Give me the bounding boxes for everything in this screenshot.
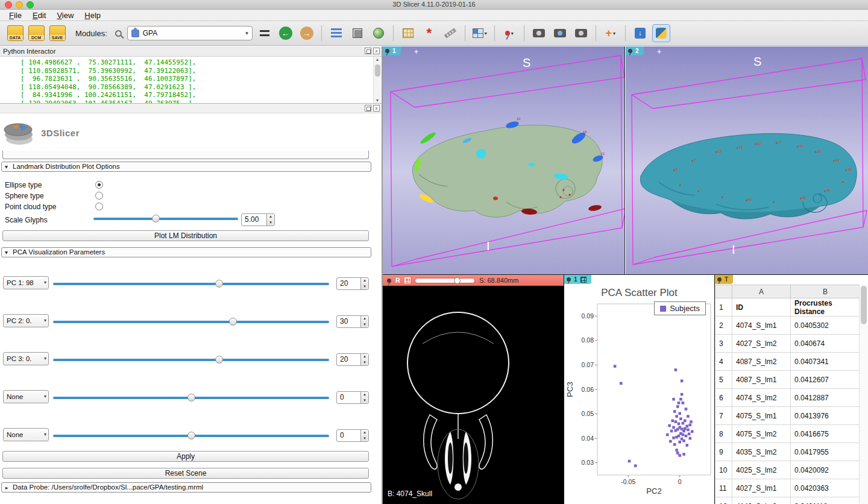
pc5-spinbox[interactable]: 0▲▼ [336, 429, 369, 442]
reset-scene-button[interactable]: Reset Scene [2, 468, 369, 479]
history-back-button[interactable]: ← [277, 24, 295, 42]
table-cell[interactable]: 4149_S_lm2 [732, 497, 791, 504]
point-cloud-type-radio[interactable] [95, 203, 103, 210]
slice-menu-icon[interactable] [404, 277, 410, 283]
web-widget-button[interactable] [370, 24, 388, 42]
module-search-icon[interactable] [115, 30, 122, 37]
3d-view-2[interactable]: 3 7 12 15 23 27 31 35 44 18 45 40 48 [626, 46, 868, 274]
view-controls-icon[interactable]: + [414, 48, 418, 56]
float-panel-button[interactable] [365, 48, 371, 54]
red-slice-controller[interactable]: R S: 68.840mm [383, 275, 564, 286]
table-cell[interactable]: 12 [715, 497, 732, 504]
spin-up-icon[interactable]: ▲ [267, 214, 274, 220]
table-cell[interactable]: 4025_S_lm2 [732, 461, 791, 479]
table-scrollbar[interactable] [859, 285, 868, 504]
table-cell[interactable]: 8 [715, 425, 732, 443]
data-table[interactable]: A B 1IDProcrustes Distance24074_S_lm10.0… [715, 285, 860, 504]
pc1-spinbox[interactable]: 20▲▼ [336, 277, 369, 290]
table-cell[interactable]: 0.0412887 [791, 389, 860, 407]
table-view[interactable]: T A B 1IDProcrustes Distance24074_S_lm10… [714, 274, 868, 504]
pc3-spinbox[interactable]: 20▲▼ [336, 353, 369, 366]
python-console[interactable]: [ 104.4986627 , 75.30271111, 47.14455952… [0, 57, 382, 103]
menu-file[interactable]: File [4, 11, 27, 20]
load-data-button[interactable]: DATA [6, 24, 24, 42]
table-cell[interactable]: 0.0412607 [791, 371, 860, 389]
spin-steppers[interactable]: ▲▼ [360, 430, 368, 441]
pc4-slider[interactable] [53, 393, 329, 402]
cube-view-button[interactable] [348, 24, 366, 42]
data-probe-header[interactable]: Data Probe: /Users/srolfe/Dropbox/Sl...p… [1, 482, 371, 493]
scrollbar-thumb[interactable] [861, 286, 867, 324]
slider-handle[interactable] [215, 280, 223, 288]
table-cell[interactable]: 4 [715, 353, 732, 371]
pc3-combo[interactable]: PC 3: 0.▾ [3, 352, 49, 365]
pc1-combo[interactable]: PC 1: 98▾ [3, 276, 49, 289]
scale-glyphs-spinbox[interactable]: 5.00 ▲▼ [241, 213, 275, 226]
table-cell[interactable]: 7 [715, 407, 732, 425]
save-button[interactable]: SAVE [48, 24, 66, 42]
python-console-button[interactable] [652, 24, 670, 42]
view1-tab[interactable]: 1 [383, 46, 401, 55]
pc5-slider[interactable] [53, 431, 329, 440]
table-cell[interactable]: 0.040674 [791, 335, 860, 353]
ruler-button[interactable] [441, 24, 459, 42]
pc1-slider[interactable] [53, 279, 329, 288]
table-cell[interactable]: 0.0420363 [791, 479, 860, 497]
spin-steppers[interactable]: ▲▼ [360, 392, 368, 403]
table-cell[interactable]: 1 [715, 298, 732, 317]
table-cell[interactable]: 4087_S_lm2 [732, 353, 791, 371]
spin-steppers[interactable]: ▲▼ [360, 278, 368, 289]
markups-button[interactable]: * [420, 24, 438, 42]
table-cell[interactable]: 0.0417955 [791, 443, 860, 461]
pin-icon[interactable] [567, 277, 571, 282]
table-view-tab[interactable]: T [715, 275, 733, 284]
3d-view-1[interactable]: 10 18 21 1 + S I [383, 46, 625, 274]
close-panel-button[interactable]: x [373, 48, 380, 54]
table-cell[interactable]: 0.0420092 [791, 461, 860, 479]
table-cell[interactable]: 4074_S_lm1 [732, 317, 791, 335]
apply-button[interactable]: Apply [2, 451, 369, 462]
table-cell[interactable]: 5 [715, 371, 732, 389]
ellipse-type-radio[interactable] [95, 181, 103, 189]
table-cell[interactable]: 0.0413976 [791, 407, 860, 425]
pin-icon[interactable] [387, 279, 391, 283]
menu-edit[interactable]: Edit [27, 11, 51, 20]
landmark-section-header[interactable]: Landmark Distribution Plot Options [1, 162, 371, 172]
column-header-a[interactable]: A [732, 285, 791, 298]
python-interactor-header[interactable]: Python Interactor x [0, 46, 382, 57]
scene-view-capture-button[interactable] [551, 24, 569, 42]
pc4-spinbox[interactable]: 0▲▼ [336, 391, 369, 404]
scroll-up-icon[interactable]: ▲ [374, 57, 381, 61]
module-selector[interactable]: GPA ▾ [127, 26, 253, 40]
scroll-down-icon[interactable]: ▼ [374, 98, 381, 102]
pc2-spinbox[interactable]: 30▲▼ [336, 315, 369, 328]
extensions-manager-button[interactable]: ↓ [631, 24, 649, 42]
console-scrollbar[interactable]: ▲ ▼ [373, 57, 381, 103]
table-cell[interactable]: 4075_S_lm1 [732, 407, 791, 425]
spin-steppers[interactable]: ▲▼ [360, 354, 368, 365]
pc5-combo[interactable]: None▾ [3, 428, 49, 441]
table-cell[interactable]: 4074_S_lm2 [732, 389, 791, 407]
mouse-pin-button[interactable]: ▾ [500, 24, 518, 42]
plot-lm-distribution-button[interactable]: Plot LM Distribution [2, 230, 369, 241]
view2-tab[interactable]: 2 [626, 46, 644, 55]
table-cell[interactable]: 0.0407341 [791, 353, 860, 371]
view-controls-icon[interactable]: + [657, 48, 661, 56]
table-cell[interactable]: 4075_S_lm2 [732, 425, 791, 443]
table-cell[interactable]: 10 [715, 461, 732, 479]
window-level-button[interactable] [399, 24, 417, 42]
scene-view-restore-button[interactable] [572, 24, 590, 42]
table-cell[interactable]: 0.0405302 [791, 317, 860, 335]
slider-handle[interactable] [187, 394, 195, 402]
corner-cell[interactable] [715, 285, 732, 298]
close-panel-button[interactable]: x [373, 105, 380, 112]
module-list-button[interactable] [327, 24, 345, 42]
plot-view[interactable]: 1 PCA Scatter Plot Subjects 0.030.040.05… [564, 274, 714, 504]
slider-handle[interactable] [454, 277, 461, 284]
spin-steppers[interactable]: ▲▼ [360, 316, 368, 327]
table-cell[interactable]: Procrustes Distance [791, 298, 860, 317]
spin-down-icon[interactable]: ▼ [267, 220, 274, 226]
scale-glyphs-slider[interactable] [93, 214, 238, 223]
slider-handle[interactable] [152, 215, 160, 222]
pin-icon[interactable] [628, 49, 632, 53]
